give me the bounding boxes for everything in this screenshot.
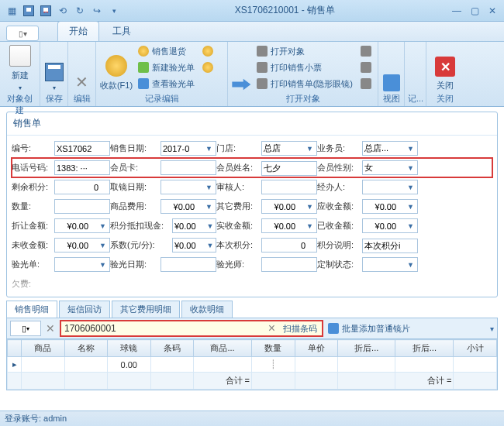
- member-name-input[interactable]: [261, 161, 317, 176]
- ysje2-combo[interactable]: ¥0.00▼: [362, 218, 418, 233]
- app-launcher[interactable]: ▯▾: [6, 26, 39, 41]
- jingban-combo[interactable]: ▼: [362, 180, 418, 194]
- group-label-save: 保存: [43, 93, 64, 105]
- window-title: XS1706210001 - 销售单: [126, 4, 444, 17]
- qat-dropdown-icon[interactable]: ▾: [107, 4, 121, 18]
- extra-button-1[interactable]: [199, 43, 216, 59]
- jfdk-combo[interactable]: ¥0.00▼: [172, 218, 216, 233]
- qujing-date[interactable]: ▼: [161, 180, 216, 194]
- jifen-input[interactable]: [54, 180, 110, 194]
- ygd-combo[interactable]: ▼: [54, 257, 110, 272]
- detail-toolbar: ▯▾ ✕ × 扫描条码 批量添加普通镜片 ▾: [6, 318, 498, 339]
- clear-icon[interactable]: ✕: [46, 322, 55, 335]
- tab-tools[interactable]: 工具: [101, 21, 143, 41]
- open-object-button[interactable]: [231, 43, 252, 93]
- barcode-scan-box: × 扫描条码: [60, 320, 323, 337]
- window-buttons: — ▢ ✕: [444, 5, 504, 16]
- ygrq-input[interactable]: [161, 257, 216, 272]
- bianhao-input[interactable]: [54, 141, 110, 156]
- phone-row: 电话号码: 会员卡: 会员姓名: 会员性别: 女▼: [12, 158, 492, 177]
- save-button[interactable]: ▾: [43, 43, 64, 93]
- scan-hint: 扫描条码: [278, 323, 322, 335]
- qianfei-label: 欠费:: [12, 278, 54, 290]
- group-label-record: 记录编辑: [99, 93, 224, 105]
- quick-access-toolbar: ▦ ✖ ⟲ ↻ ↪ ▾: [0, 4, 126, 18]
- xinjian-ygd-button[interactable]: 新建验光单: [135, 60, 198, 75]
- group-label-edit: 编辑: [71, 93, 92, 105]
- dzzt-combo[interactable]: ▼: [362, 257, 418, 272]
- extra-button-2[interactable]: [199, 60, 216, 75]
- grid-sum-row: 合计 =合计 =: [8, 373, 497, 390]
- qtfy-combo[interactable]: ¥0.00▼: [261, 199, 317, 214]
- ygs-input[interactable]: [261, 257, 317, 272]
- group-label-create: 对象创建: [3, 93, 36, 105]
- tuihuo-button[interactable]: 销售退货: [135, 43, 198, 59]
- xishu-combo[interactable]: ¥0.00▼: [172, 238, 216, 253]
- bianhao-label: 编号:: [12, 143, 54, 154]
- jfsm-input[interactable]: [362, 239, 418, 253]
- group-label-open: 打开对象: [231, 93, 375, 105]
- tab-other-fee[interactable]: 其它费用明细: [112, 301, 180, 318]
- save-close-icon[interactable]: ✖: [39, 4, 53, 18]
- print-extra-3[interactable]: [357, 76, 375, 91]
- close-button[interactable]: ✕关闭: [430, 43, 461, 93]
- tab-sale-detail[interactable]: 销售明细: [6, 301, 57, 318]
- ysje-combo[interactable]: ¥0.00▼: [362, 199, 418, 214]
- detail-dropdown[interactable]: ▯▾: [10, 321, 41, 336]
- tab-sms[interactable]: 短信回访: [59, 301, 110, 318]
- print-extra-1[interactable]: [357, 43, 375, 59]
- qty-input[interactable]: [54, 199, 110, 214]
- print-extra-2[interactable]: [357, 60, 375, 75]
- barcode-input[interactable]: [61, 323, 265, 334]
- tab-payment[interactable]: 收款明细: [181, 301, 233, 318]
- close-window-button[interactable]: ✕: [488, 5, 496, 16]
- delete-button[interactable]: ✕: [71, 43, 92, 93]
- new-button[interactable]: 新建▾: [3, 43, 36, 93]
- print-order-item[interactable]: 打印销售单(隐形眼镜): [254, 76, 356, 91]
- minimize-button[interactable]: —: [452, 5, 461, 16]
- sale-panel: 销售单 编号: 销售日期: 2017-0▼ 门店: 总店▼ 业务员: 总店...…: [6, 112, 498, 297]
- bcjf-input[interactable]: [261, 238, 317, 253]
- batch-add-button[interactable]: 批量添加普通镜片: [328, 323, 410, 335]
- undo-icon[interactable]: ⟲: [56, 4, 70, 18]
- date-combo[interactable]: 2017-0▼: [161, 141, 216, 156]
- wsje-combo[interactable]: ¥0.00▼: [54, 238, 110, 253]
- detail-grid[interactable]: 商品名称球镜 条码商品...数量 单价折后...折后...小计 ▸0.00┊ 合…: [6, 339, 498, 390]
- zrje-combo[interactable]: ¥0.00▼: [54, 218, 110, 233]
- sex-combo[interactable]: 女▼: [362, 160, 418, 175]
- grid-icon[interactable]: ▦: [5, 4, 19, 18]
- clear-barcode-icon[interactable]: ×: [265, 321, 278, 335]
- phone-input[interactable]: [54, 160, 110, 175]
- view-button[interactable]: [381, 43, 401, 93]
- ssje-combo[interactable]: ¥0.00▼: [261, 218, 317, 233]
- ribbon-tabs: ▯▾ 开始 工具: [0, 22, 504, 42]
- open-obj-item[interactable]: 打开对象: [254, 43, 356, 59]
- toolbar-dd-icon[interactable]: ▾: [490, 325, 494, 333]
- shoukuan-button[interactable]: 收款(F1): [99, 43, 133, 93]
- ribbon: 新建▾ 对象创建 ▾ 保存 ✕ 编辑 收款(F1) 销售退货 新建验光单 查看验…: [0, 42, 504, 107]
- title-bar: ▦ ✖ ⟲ ↻ ↪ ▾ XS1706210001 - 销售单 — ▢ ✕: [0, 0, 504, 22]
- detail-tabs: 销售明细 短信回访 其它费用明细 收款明细: [6, 301, 498, 318]
- maximize-button[interactable]: ▢: [471, 5, 479, 16]
- print-receipt-item[interactable]: 打印销售小票: [254, 60, 356, 75]
- spfy-combo[interactable]: ¥0.00▼: [161, 199, 216, 214]
- redo-icon[interactable]: ↪: [90, 4, 104, 18]
- panel-title: 销售单: [7, 112, 497, 136]
- grid-new-row[interactable]: ▸0.00┊: [8, 357, 497, 373]
- status-bar: 登录账号: admin: [0, 411, 504, 426]
- save-icon[interactable]: [22, 4, 36, 18]
- vipcard-input[interactable]: [161, 160, 216, 175]
- store-combo[interactable]: 总店▼: [261, 141, 317, 156]
- grid-header-row: 商品名称球镜 条码商品...数量 单价折后...折后...小计: [8, 340, 497, 357]
- chakan-ygd-button[interactable]: 查看验光单: [135, 76, 198, 91]
- salesman-combo[interactable]: 总店...▼: [362, 141, 418, 156]
- tab-start[interactable]: 开始: [57, 21, 99, 41]
- shenhe-input[interactable]: [261, 180, 317, 194]
- refresh-icon[interactable]: ↻: [73, 4, 87, 18]
